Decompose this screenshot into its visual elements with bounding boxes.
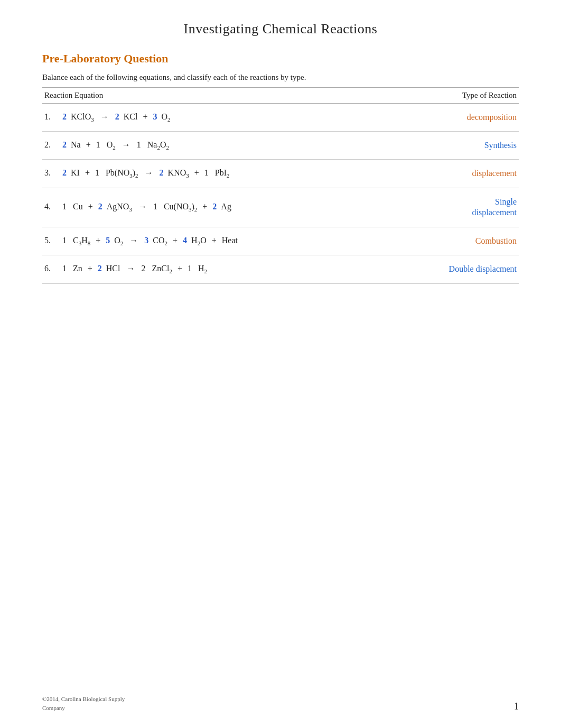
chem-3-2: Pb(NO3)2 — [104, 168, 138, 179]
chem-1-1: KClO3 — [71, 112, 94, 123]
reaction-row-4: 4. 1 Cu + 2 AgNO3 → 1 Cu(NO3)2 + 2 Ag Si… — [42, 188, 519, 228]
coef-3-1: 2 — [62, 168, 67, 178]
plus-2-1: + — [86, 140, 91, 150]
arrow-1: → — [100, 112, 109, 122]
coef-5-1: 1 — [62, 236, 67, 245]
plus-6-1: + — [88, 264, 92, 273]
plus-5-1: + — [96, 236, 100, 245]
chem-4-2: AgNO3 — [107, 202, 132, 213]
chem-3-3: KNO3 — [168, 168, 189, 179]
arrow-2: → — [122, 140, 130, 150]
coef-4-3: 1 — [153, 202, 157, 211]
reaction-num-2: 2. — [44, 140, 60, 150]
chem-3-1: KI — [71, 168, 80, 178]
coef-2-1: 2 — [62, 140, 67, 150]
chem-4-4: Ag — [221, 202, 231, 211]
coef-2-2: 1 — [96, 140, 100, 150]
coef-1-3: 3 — [153, 112, 157, 122]
chem-6-3: ZnCl2 — [149, 264, 172, 274]
chem-1-2: KCl — [124, 112, 138, 122]
reaction-row-5: 5. 1 C3H8 + 5 O2 → 3 CO2 + 4 H2O + Heat … — [42, 227, 519, 255]
footer-copyright: ©2014, Carolina Biological SupplyCompany — [42, 695, 125, 712]
equation-4: 4. 1 Cu + 2 AgNO3 → 1 Cu(NO3)2 + 2 Ag — [44, 202, 400, 213]
plus-5-2: + — [173, 236, 177, 245]
chem-5-3: CO2 — [153, 236, 167, 246]
equation-1: 1. 2 KClO3 → 2 KCl + 3 O2 — [44, 112, 400, 123]
coef-5-3: 3 — [144, 236, 148, 245]
reaction-row-3: 3. 2 KI + 1 Pb(NO3)2 → 2 KNO3 + 1 PbI2 d… — [42, 160, 519, 188]
plus-3-2: + — [194, 168, 199, 178]
plus-6-2: + — [177, 264, 182, 273]
col-equation-header: Reaction Equation — [44, 91, 400, 100]
arrow-6: → — [126, 264, 135, 273]
reaction-row-2: 2. 2 Na + 1 O2 → 1 Na2O2 Synthesis — [42, 132, 519, 160]
plus-4-1: + — [88, 202, 93, 211]
page-title: Investigating Chemical Reactions — [42, 21, 519, 37]
reaction-num-5: 5. — [44, 236, 60, 245]
type-label-5: Combustion — [400, 236, 517, 246]
plus-3-1: + — [85, 168, 90, 178]
chem-2-1: Na — [71, 140, 81, 150]
plus-5-3: + — [212, 236, 217, 245]
table-header: Reaction Equation Type of Reaction — [42, 87, 519, 104]
arrow-5: → — [129, 236, 138, 245]
coef-4-1: 1 — [62, 202, 67, 211]
chem-6-4: H2 — [196, 264, 207, 274]
chem-1-3: O2 — [161, 112, 170, 123]
equation-6: 6. 1 Zn + 2 HCl → 2 ZnCl2 + 1 H2 — [44, 264, 400, 274]
chem-5-4: H2O — [191, 236, 207, 246]
chem-5-2: O2 — [114, 236, 123, 246]
type-label-2: Synthesis — [400, 141, 517, 150]
coef-6-4: 1 — [188, 264, 192, 273]
chem-5-heat: Heat — [222, 236, 238, 245]
section-heading: Pre-Laboratory Question — [42, 52, 519, 66]
coef-6-1: 1 — [62, 264, 67, 273]
coef-2-3: 1 — [137, 140, 141, 150]
reaction-num-1: 1. — [44, 112, 60, 122]
arrow-4: → — [138, 202, 147, 211]
coef-6-2: 2 — [98, 264, 102, 273]
instructions-text: Balance each of the following equations,… — [42, 73, 519, 82]
coef-4-2: 2 — [98, 202, 102, 211]
equation-3: 3. 2 KI + 1 Pb(NO3)2 → 2 KNO3 + 1 PbI2 — [44, 168, 400, 179]
reaction-num-6: 6. — [44, 264, 60, 273]
chem-6-1: Zn — [71, 264, 82, 273]
coef-3-2: 1 — [95, 168, 99, 178]
plus-4-2: + — [202, 202, 207, 211]
chem-2-2: O2 — [105, 140, 116, 151]
chem-4-1: Cu — [71, 202, 83, 211]
type-label-4: Singledisplacement — [400, 197, 517, 219]
footer-text: ©2014, Carolina Biological SupplyCompany — [42, 696, 125, 711]
coef-3-3: 2 — [160, 168, 164, 178]
coef-6-3: 2 — [141, 264, 145, 273]
equation-5: 5. 1 C3H8 + 5 O2 → 3 CO2 + 4 H2O + Heat — [44, 236, 400, 246]
reaction-num-3: 3. — [44, 168, 60, 178]
coef-3-4: 1 — [204, 168, 209, 178]
coef-1-1: 2 — [62, 112, 67, 122]
page-container: Investigating Chemical Reactions Pre-Lab… — [0, 0, 561, 326]
equation-2: 2. 2 Na + 1 O2 → 1 Na2O2 — [44, 140, 400, 151]
reaction-num-4: 4. — [44, 202, 60, 211]
arrow-3: → — [145, 168, 153, 178]
footer-page-number: 1 — [514, 701, 519, 712]
chem-5-1: C3H8 — [71, 236, 90, 246]
coef-5-2: 5 — [106, 236, 110, 245]
type-label-3: displacement — [400, 169, 517, 178]
chem-4-3: Cu(NO3)2 — [162, 202, 197, 213]
coef-4-4: 2 — [212, 202, 217, 211]
type-label-6: Double displacment — [400, 264, 517, 274]
chem-6-2: HCl — [106, 264, 120, 273]
coef-1-2: 2 — [115, 112, 119, 122]
chem-2-3: Na2O2 — [145, 140, 169, 151]
reaction-row-1: 1. 2 KClO3 → 2 KCl + 3 O2 decomposition — [42, 104, 519, 132]
plus-1-1: + — [143, 112, 147, 122]
type-label-1: decomposition — [400, 113, 517, 122]
coef-5-4: 4 — [183, 236, 187, 245]
chem-3-4: PbI2 — [213, 168, 230, 179]
reaction-row-6: 6. 1 Zn + 2 HCl → 2 ZnCl2 + 1 H2 Double … — [42, 255, 519, 283]
col-type-header: Type of Reaction — [400, 91, 517, 100]
